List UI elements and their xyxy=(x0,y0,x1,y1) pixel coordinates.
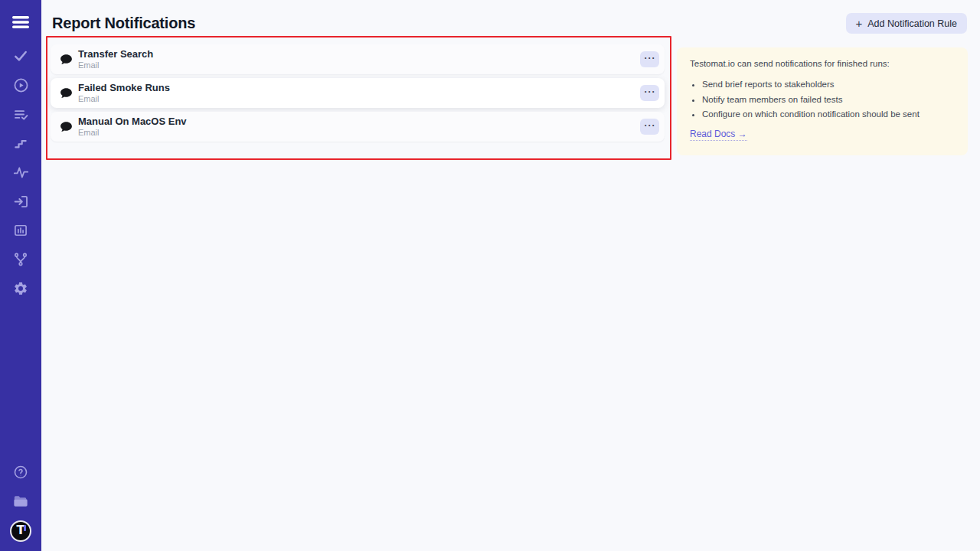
read-docs-link[interactable]: Read Docs → xyxy=(690,129,747,141)
rule-menu-button[interactable]: ··· xyxy=(640,119,659,135)
rule-menu-button[interactable]: ··· xyxy=(640,51,659,67)
info-bullet: Notify team members on failed tests xyxy=(702,95,955,104)
speech-bubble-icon xyxy=(60,87,73,99)
add-button-label: Add Notification Rule xyxy=(867,18,957,29)
rule-name: Failed Smoke Runs xyxy=(78,82,170,94)
rule-text: Manual On MacOS Env Email xyxy=(78,116,187,138)
rule-channel: Email xyxy=(78,94,170,104)
rule-channel: Email xyxy=(78,60,153,70)
info-panel: Testomat.io can send notifications for f… xyxy=(677,47,968,155)
add-notification-rule-button[interactable]: + Add Notification Rule xyxy=(846,13,968,34)
page-title: Report Notifications xyxy=(52,15,195,32)
sidebar-bottom: T xyxy=(0,458,41,551)
hamburger-menu-icon[interactable] xyxy=(0,8,41,37)
import-icon[interactable] xyxy=(0,187,41,216)
rule-name: Transfer Search xyxy=(78,48,153,60)
notification-rule-row[interactable]: Manual On MacOS Env Email ··· xyxy=(51,112,665,142)
rule-channel: Email xyxy=(78,128,187,138)
info-bullet: Configure on which condition notificatio… xyxy=(702,109,955,119)
info-panel-intro: Testomat.io can send notifications for f… xyxy=(690,59,955,68)
rule-text: Failed Smoke Runs Email xyxy=(78,82,170,104)
notification-rules-list: Transfer Search Email ··· Failed Smoke R… xyxy=(51,44,665,145)
notification-rule-row[interactable]: Failed Smoke Runs Email ··· xyxy=(51,78,665,108)
testomat-logo[interactable]: T xyxy=(10,520,31,542)
info-bullet: Send brief reports to stakeholders xyxy=(702,80,955,89)
help-icon[interactable] xyxy=(0,458,41,487)
report-chart-icon[interactable] xyxy=(0,216,41,245)
sidebar-nav xyxy=(0,41,41,303)
projects-folder-icon[interactable] xyxy=(0,487,41,516)
rule-name: Manual On MacOS Env xyxy=(78,116,187,128)
activity-pulse-icon[interactable] xyxy=(0,158,41,187)
logo-accent xyxy=(24,525,26,531)
runs-list-check-icon[interactable] xyxy=(0,99,41,129)
speech-bubble-icon xyxy=(60,121,73,132)
branch-icon[interactable] xyxy=(0,245,41,274)
gear-icon[interactable] xyxy=(0,274,41,303)
rule-text: Transfer Search Email xyxy=(78,48,153,70)
info-panel-bullets: Send brief reports to stakeholders Notif… xyxy=(690,80,955,119)
steps-icon[interactable] xyxy=(0,129,41,158)
sidebar: T xyxy=(0,0,41,551)
speech-bubble-icon xyxy=(60,54,73,65)
play-circle-icon[interactable] xyxy=(0,70,41,99)
rule-menu-button[interactable]: ··· xyxy=(640,85,659,101)
notification-rule-row[interactable]: Transfer Search Email ··· xyxy=(51,44,665,74)
plus-icon: + xyxy=(856,18,863,29)
tests-check-icon[interactable] xyxy=(0,41,41,70)
